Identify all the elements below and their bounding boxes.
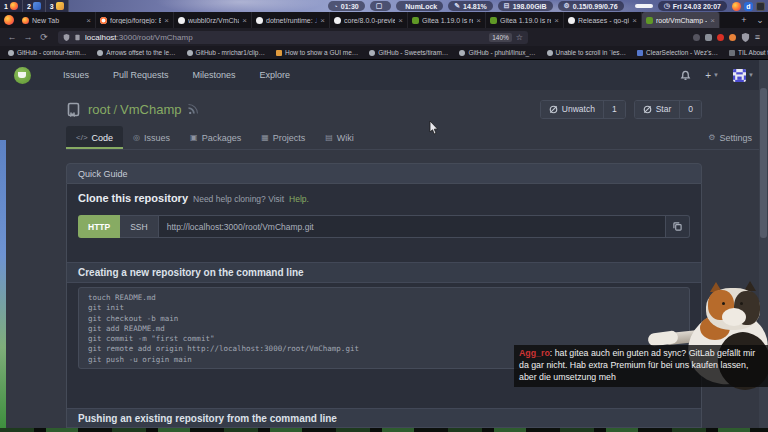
tab-favicon-icon: [22, 17, 29, 24]
workspace-app-icon: [56, 2, 64, 10]
browser-toolbar: ← → ⟳ localhost:3000/root/VmChamp 140% ☆…: [0, 28, 768, 46]
site-info-icon[interactable]: [74, 34, 81, 41]
nav-link[interactable]: Issues: [63, 70, 89, 80]
workspace-button[interactable]: 1: [0, 0, 23, 12]
extension-3-icon[interactable]: [717, 34, 724, 41]
http-button[interactable]: HTTP: [78, 215, 120, 238]
tab-close-icon[interactable]: ×: [710, 16, 715, 25]
tab-title: Gitea 1.19.0 is releas: [500, 17, 551, 24]
repo-action-button[interactable]: Unwatch 1: [540, 100, 626, 119]
bookmark-item[interactable]: Arrows offset to the le…: [97, 49, 175, 56]
quick-guide-panel: Clone this repository Need help cloning?…: [66, 184, 702, 428]
tab-settings[interactable]: ⚙ Settings: [698, 126, 762, 149]
tab-close-icon[interactable]: ×: [242, 16, 247, 25]
repo-tab[interactable]: </> Code: [66, 126, 123, 149]
tray-firefox-icon[interactable]: [732, 2, 741, 11]
bookmark-item[interactable]: GitHub - contour-term…: [8, 49, 86, 56]
tab-close-icon[interactable]: ×: [398, 16, 403, 25]
bookmark-item[interactable]: GitHub - mrichar1/clip…: [187, 49, 265, 56]
tab-close-icon[interactable]: ×: [476, 16, 481, 25]
clone-url-input[interactable]: http://localhost:3000/root/VmChamp.git: [159, 215, 666, 238]
tab-title: dotnet/runtime: .NET: [266, 17, 317, 24]
extension-2-icon[interactable]: [705, 34, 712, 41]
url-bar[interactable]: localhost:3000/root/VmChamp 140% ☆: [58, 31, 528, 44]
tab-list-dropdown-icon[interactable]: ⌄: [752, 12, 768, 28]
status-item-icon: ◷: [664, 2, 670, 10]
tray-blue-app-icon[interactable]: d: [744, 2, 753, 11]
tab-close-icon[interactable]: ×: [632, 16, 637, 25]
bookmark-item[interactable]: GitHub - Sweets/tiram…: [369, 49, 448, 56]
browser-tab[interactable]: forgejo/forgejo: Beyo ×: [96, 12, 174, 28]
tab-favicon-icon: [334, 17, 341, 24]
repo-tab[interactable]: ▣ Packages: [180, 126, 251, 149]
chevron-down-icon: ▼: [713, 72, 719, 78]
wallpaper-edge: [0, 140, 6, 428]
bookmark-favicon-icon: [97, 50, 103, 56]
chat-message: : hat gitea auch ein guten ad sync? GitL…: [519, 348, 755, 382]
ssh-button[interactable]: SSH: [120, 215, 158, 238]
bookmark-item[interactable]: How to show a GUI me…: [276, 49, 358, 56]
status-item-icon: ▢: [376, 2, 383, 10]
repo-name-link[interactable]: VmChamp: [120, 102, 181, 117]
browser-tab[interactable]: New Tab ×: [18, 12, 96, 28]
tracking-shield-icon[interactable]: [63, 34, 70, 41]
tab-close-icon[interactable]: ×: [320, 16, 325, 25]
action-count[interactable]: 1: [603, 101, 625, 118]
browser-tab[interactable]: core/8.0.0-preview.2 ×: [330, 12, 408, 28]
repo-tab[interactable]: ▤ Wiki: [315, 126, 364, 149]
workspace-button[interactable]: 3: [46, 0, 69, 12]
browser-tab[interactable]: dotnet/runtime: .NET ×: [252, 12, 330, 28]
bookmark-item[interactable]: GitHub - phuhl/linux_…: [459, 49, 535, 56]
workspace-button[interactable]: 2: [23, 0, 46, 12]
notifications-bell-icon[interactable]: [680, 70, 691, 81]
user-menu[interactable]: ▼: [733, 69, 754, 82]
browser-tab[interactable]: Gitea 1.19.0 is release ×: [408, 12, 486, 28]
extension-1-icon[interactable]: [693, 34, 700, 41]
avatar: [733, 69, 746, 82]
repo-action-button[interactable]: Star 0: [634, 100, 702, 119]
quick-guide-title: Quick Guide: [78, 169, 128, 179]
browser-tab[interactable]: Releases - go-gitea/g ×: [564, 12, 642, 28]
bookmark-item[interactable]: Unable to scroll in `les…: [547, 49, 626, 56]
new-tab-button[interactable]: +: [736, 12, 752, 28]
help-link[interactable]: Help.: [289, 194, 309, 204]
nav-link[interactable]: Milestones: [193, 70, 236, 80]
reload-icon[interactable]: ⟳: [38, 32, 50, 42]
forward-icon[interactable]: →: [22, 32, 34, 42]
hamburger-menu-icon[interactable]: ≡: [755, 32, 760, 42]
browser-tab[interactable]: root/VmChamp - Vm ×: [642, 12, 720, 28]
nav-link[interactable]: Explore: [260, 70, 291, 80]
nav-link[interactable]: Pull Requests: [113, 70, 169, 80]
gitea-logo-icon[interactable]: [14, 67, 31, 84]
repo-header: root/VmChamp Unwatch 1: [66, 96, 702, 122]
bookmark-item[interactable]: ClearSelection - Wez's…: [637, 49, 718, 56]
repo-tab[interactable]: ▦ Projects: [251, 126, 315, 149]
tray-dark-app-icon[interactable]: [756, 2, 765, 11]
tab-close-icon[interactable]: ×: [86, 16, 91, 25]
repo-tab-label: Issues: [144, 133, 170, 143]
repo-tab-label: Projects: [273, 133, 306, 143]
zoom-level-badge[interactable]: 140%: [489, 33, 512, 42]
bookmark-star-icon[interactable]: ☆: [516, 33, 523, 42]
extension-4-icon[interactable]: [729, 34, 736, 41]
copy-url-button[interactable]: [666, 215, 690, 238]
bookmark-favicon-icon: [547, 50, 553, 56]
create-new-button[interactable]: +▼: [705, 70, 719, 81]
browser-tab[interactable]: wubbl0rz/VmChamp ×: [174, 12, 252, 28]
section-heading-create: Creating a new repository on the command…: [67, 262, 701, 283]
bookmarks-overflow-icon[interactable]: »: [760, 46, 764, 60]
back-icon[interactable]: ←: [6, 32, 18, 42]
repo-tab[interactable]: ◎ Issues: [123, 126, 180, 149]
action-count[interactable]: 0: [679, 101, 701, 118]
repo-owner-link[interactable]: root: [88, 102, 110, 117]
browser-tab[interactable]: Gitea 1.19.0 is releas ×: [486, 12, 564, 28]
status-item-icon: ⊟: [504, 2, 510, 10]
tab-close-icon[interactable]: ×: [164, 16, 169, 25]
account-shield-icon[interactable]: [741, 33, 750, 42]
repo-tab-label: Wiki: [337, 133, 354, 143]
bookmark-title: Unable to scroll in `les…: [556, 49, 626, 56]
rss-icon[interactable]: [188, 104, 198, 114]
tab-close-icon[interactable]: ×: [554, 16, 559, 25]
repo-tab-icon: ▣: [190, 133, 198, 142]
scrollbar-thumb[interactable]: [760, 88, 767, 238]
